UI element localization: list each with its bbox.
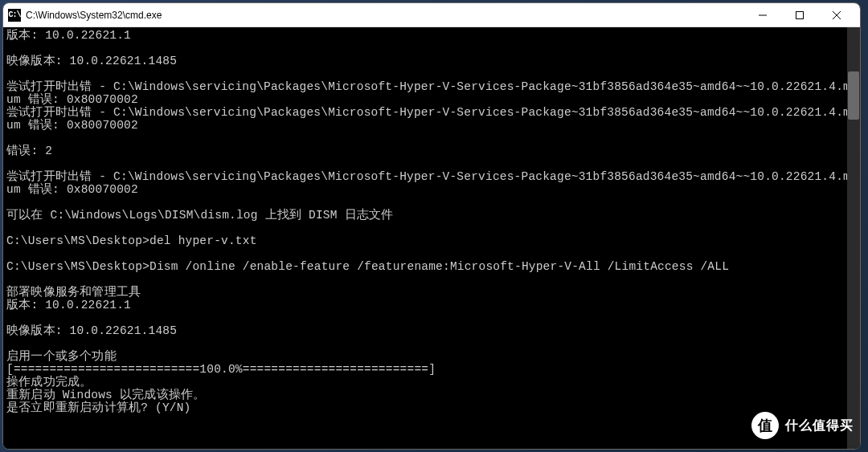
maximize-button[interactable] xyxy=(781,3,818,26)
scrollbar-track[interactable] xyxy=(847,27,860,449)
watermark: 值 什么值得买 xyxy=(751,412,854,439)
scrollbar-thumb[interactable] xyxy=(848,71,859,120)
cmd-window: C:\ C:\Windows\System32\cmd.exe 版本: 10.0… xyxy=(2,2,861,450)
cmd-icon: C:\ xyxy=(8,9,21,22)
console-output[interactable]: 版本: 10.0.22621.1 映像版本: 10.0.22621.1485 尝… xyxy=(3,27,860,449)
watermark-badge-icon: 值 xyxy=(751,412,779,439)
window-controls xyxy=(744,3,855,26)
svg-rect-1 xyxy=(796,11,804,18)
watermark-text: 什么值得买 xyxy=(785,417,854,434)
close-button[interactable] xyxy=(818,3,855,26)
window-title: C:\Windows\System32\cmd.exe xyxy=(26,10,744,21)
minimize-button[interactable] xyxy=(744,3,781,26)
titlebar[interactable]: C:\ C:\Windows\System32\cmd.exe xyxy=(3,3,860,27)
